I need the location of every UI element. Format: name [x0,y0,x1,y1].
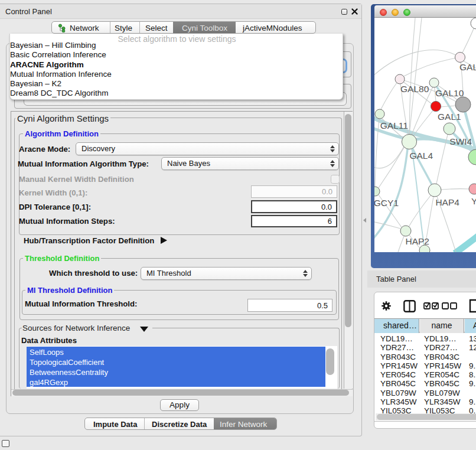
svg-text:GAL1: GAL1 [438,112,461,122]
svg-text:GAL11: GAL11 [380,120,408,131]
svg-text:GAL7: GAL7 [459,62,476,72]
svg-text:SWI4: SWI4 [449,136,472,146]
svg-text:HAP4: HAP4 [435,197,459,207]
svg-text:GAL4: GAL4 [409,151,433,161]
svg-text:GAL10: GAL10 [435,88,464,98]
svg-text:Y: Y [471,196,476,206]
svg-text:HAP2: HAP2 [406,236,430,246]
svg-text:GAL80: GAL80 [400,84,429,94]
svg-text:GCY1: GCY1 [374,198,399,208]
